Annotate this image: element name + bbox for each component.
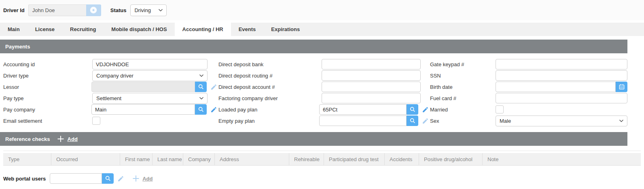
direct-deposit-bank-label: Direct deposit bank — [218, 61, 322, 67]
column-header-address[interactable]: Address — [214, 153, 289, 165]
chevron-down-icon — [158, 7, 163, 13]
payments-section-header: Payments — [0, 40, 627, 53]
email-settlement-label: Email settlement — [3, 118, 92, 124]
status-select[interactable]: Driving — [130, 4, 167, 16]
plus-icon — [132, 174, 140, 183]
payments-form: Accounting id Driver type Company driver… — [0, 53, 644, 130]
pencil-icon — [422, 106, 429, 113]
pay-type-value: Settlement — [96, 95, 121, 101]
direct-deposit-routing-input[interactable] — [322, 70, 421, 81]
gate-keypad-label: Gate keypad # — [430, 61, 496, 67]
search-icon — [105, 175, 111, 182]
payments-column-2: Direct deposit bank Direct deposit routi… — [218, 59, 430, 126]
pencil-icon — [210, 106, 217, 113]
pay-company-label: Pay company — [3, 107, 91, 113]
tab-recruiting[interactable]: Recruiting — [62, 23, 104, 36]
email-settlement-checkbox[interactable] — [92, 117, 100, 125]
chevron-down-icon — [199, 95, 204, 101]
pencil-icon — [117, 175, 124, 182]
ssn-input[interactable] — [496, 70, 627, 81]
empty-pay-plan-input[interactable] — [319, 116, 407, 126]
reference-checks-table: Type Occurred First name Last name Compa… — [3, 151, 641, 166]
web-portal-users-input[interactable] — [50, 173, 102, 184]
compass-icon — [89, 6, 98, 15]
column-header-company[interactable]: Company — [183, 153, 214, 165]
tab-mobile-dispatch-hos[interactable]: Mobile dispatch / HOS — [104, 23, 174, 36]
status-select-value: Driving — [134, 7, 150, 13]
pencil-icon — [210, 84, 217, 90]
gate-keypad-input[interactable] — [496, 59, 627, 69]
direct-deposit-account-label: Direct deposit account # — [218, 84, 322, 90]
lessor-search-button[interactable] — [195, 82, 207, 92]
status-label: Status — [110, 7, 127, 13]
column-header-positive-drug-alcohol[interactable]: Positive drug/alcohol — [419, 153, 482, 165]
birth-date-calendar-button[interactable] — [616, 82, 627, 92]
loaded-pay-plan-label: Loaded pay plan — [218, 107, 319, 113]
column-header-participated-drug-test[interactable]: Participated drug test — [324, 153, 384, 165]
loaded-pay-plan-input[interactable] — [319, 104, 407, 115]
pay-company-search-button[interactable] — [195, 104, 207, 115]
web-portal-users-label: Web portal users — [3, 176, 46, 182]
chevron-down-icon — [199, 73, 204, 78]
lessor-edit-button[interactable] — [209, 82, 218, 92]
top-bar: Driver Id Status Driving — [0, 0, 644, 20]
search-icon — [198, 106, 204, 113]
pencil-icon — [422, 118, 429, 124]
chevron-down-icon — [619, 118, 624, 124]
accounting-id-label: Accounting id — [3, 61, 92, 67]
direct-deposit-account-input[interactable] — [322, 82, 421, 92]
web-portal-users-add-label: Add — [142, 176, 153, 182]
payments-column-1: Accounting id Driver type Company driver… — [3, 59, 218, 126]
driver-type-value: Company driver — [96, 73, 133, 79]
loaded-pay-plan-edit-button[interactable] — [420, 104, 430, 115]
column-header-accidents[interactable]: Accidents — [384, 153, 419, 165]
pay-company-edit-button[interactable] — [209, 104, 218, 115]
driver-type-label: Driver type — [3, 73, 92, 79]
sex-select[interactable]: Male — [496, 116, 627, 126]
plus-icon — [57, 135, 65, 143]
reference-checks-add-button[interactable]: Add — [68, 136, 78, 142]
pay-type-select[interactable]: Settlement — [92, 93, 208, 104]
empty-pay-plan-label: Empty pay plan — [218, 118, 319, 124]
web-portal-users-edit-button[interactable] — [116, 173, 125, 184]
loaded-pay-plan-search-button[interactable] — [407, 104, 418, 115]
column-header-occurred[interactable]: Occurred — [51, 153, 120, 165]
tab-license[interactable]: License — [28, 23, 62, 36]
lessor-label: Lessor — [3, 84, 91, 90]
married-checkbox[interactable] — [496, 105, 504, 113]
direct-deposit-routing-label: Direct deposit routing # — [218, 73, 322, 79]
lessor-input — [91, 82, 195, 92]
factoring-company-driver-input[interactable] — [322, 93, 421, 103]
tab-events[interactable]: Events — [231, 23, 264, 36]
tab-bar: Main License Recruiting Mobile dispatch … — [0, 23, 644, 36]
calendar-icon — [619, 84, 625, 90]
empty-pay-plan-edit-button[interactable] — [420, 116, 430, 126]
birth-date-input[interactable] — [496, 82, 616, 92]
column-header-last-name[interactable]: Last name — [152, 153, 183, 165]
accounting-id-input[interactable] — [92, 59, 208, 69]
driver-type-select[interactable]: Company driver — [92, 70, 208, 81]
driver-id-field-group — [28, 4, 101, 16]
factoring-company-driver-label: Factoring company driver — [218, 95, 322, 101]
driver-lookup-button[interactable] — [86, 4, 101, 16]
column-header-first-name[interactable]: First name — [120, 153, 152, 165]
tab-accounting-hr[interactable]: Accounting / HR — [175, 23, 231, 36]
tab-expirations[interactable]: Expirations — [263, 23, 307, 36]
reference-checks-table-header: Type Occurred First name Last name Compa… — [3, 153, 641, 166]
payments-section-title: Payments — [5, 44, 30, 50]
search-icon — [409, 106, 416, 113]
driver-id-label: Driver Id — [3, 7, 25, 13]
tab-main[interactable]: Main — [0, 23, 28, 36]
fuel-card-input[interactable] — [496, 93, 627, 103]
empty-pay-plan-search-button[interactable] — [407, 116, 418, 126]
column-header-rehireable[interactable]: Rehireable — [289, 153, 324, 165]
search-icon — [198, 84, 204, 90]
column-header-type[interactable]: Type — [3, 153, 51, 165]
direct-deposit-bank-input[interactable] — [322, 59, 421, 69]
driver-id-input[interactable] — [28, 4, 86, 16]
pay-company-input[interactable] — [91, 104, 195, 115]
ssn-label: SSN — [430, 73, 496, 79]
web-portal-users-search-button[interactable] — [102, 173, 114, 184]
column-header-note[interactable]: Note — [482, 153, 641, 165]
web-portal-users-add-button[interactable]: Add — [132, 174, 153, 183]
